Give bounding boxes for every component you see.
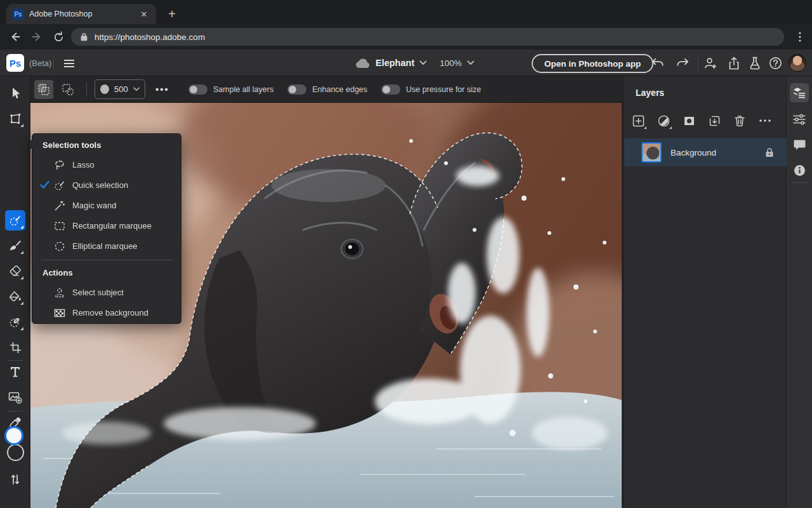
brush-preview-icon	[100, 84, 109, 94]
document-header: Elephant 100%	[355, 54, 475, 72]
quick-selection-icon	[54, 180, 65, 191]
menu-item-label: Elliptical marquee	[72, 241, 138, 251]
layers-more-options-icon[interactable]	[756, 112, 774, 130]
layers-panel: Layers Background	[624, 76, 787, 508]
browser-tab[interactable]: Ps Adobe Photoshop ✕	[6, 4, 156, 24]
brush-size-value: 500	[114, 84, 128, 94]
menu-item-label: Rectangular marquee	[72, 221, 152, 231]
type-tool-icon[interactable]	[5, 361, 25, 382]
properties-panel-icon[interactable]	[790, 110, 809, 129]
more-options-icon[interactable]: •••	[153, 80, 172, 99]
check-icon	[40, 180, 49, 189]
swap-colors-icon[interactable]	[5, 469, 25, 490]
eraser-tool-icon[interactable]	[5, 261, 25, 281]
comments-panel-icon[interactable]	[790, 135, 809, 154]
info-panel-icon[interactable]	[790, 161, 809, 180]
magic-wand-icon	[54, 200, 65, 211]
account-avatar[interactable]	[789, 54, 806, 72]
forward-icon[interactable]	[28, 28, 46, 46]
chevron-down-icon[interactable]	[419, 60, 427, 65]
layers-panel-icon[interactable]	[790, 83, 809, 102]
tab-close-icon[interactable]: ✕	[138, 8, 150, 20]
rectangular-marquee-icon	[54, 220, 65, 232]
toggle-label: Use pressure for size	[406, 85, 481, 94]
beta-label: (Beta)	[29, 58, 51, 68]
add-layer-icon[interactable]	[629, 112, 647, 130]
help-icon[interactable]	[766, 54, 784, 72]
use-pressure-toggle[interactable]	[381, 84, 400, 95]
move-tool-icon[interactable]	[5, 83, 25, 104]
invite-people-icon[interactable]	[702, 54, 719, 72]
actions-title: Actions	[43, 268, 73, 277]
menu-item-quick-selection[interactable]: Quick selection	[32, 175, 182, 196]
beta-feedback-flask-icon[interactable]	[746, 54, 764, 72]
tool-options-bar: 500 ••• Sample all layers Enhance edges …	[30, 76, 624, 103]
lasso-icon	[54, 159, 65, 171]
strip-divider	[792, 182, 807, 183]
healing-brush-tool-icon[interactable]	[5, 312, 25, 332]
redo-icon[interactable]	[674, 54, 691, 72]
background-color-swatch[interactable]	[7, 444, 24, 461]
transform-tool-icon[interactable]	[5, 109, 25, 129]
chevron-down-icon[interactable]	[467, 60, 475, 65]
fill-tool-icon[interactable]	[5, 286, 25, 307]
share-icon[interactable]	[725, 54, 743, 72]
toggle-label: Enhance edges	[312, 85, 367, 94]
delete-layer-icon[interactable]	[731, 112, 749, 130]
menu-item-magic-wand[interactable]: Magic wand	[32, 196, 182, 216]
remove-background-icon	[54, 307, 65, 319]
menu-item-elliptical-marquee[interactable]: Elliptical marquee	[32, 236, 182, 257]
menu-item-label: Lasso	[72, 160, 95, 170]
elliptical-marquee-icon	[54, 241, 65, 252]
menu-item-select-subject[interactable]: Select subject	[32, 283, 182, 303]
layer-lock-icon[interactable]	[765, 147, 774, 157]
brush-tool-icon[interactable]	[5, 236, 25, 256]
toggle-label: Sample all layers	[213, 85, 273, 94]
layer-mask-icon[interactable]	[680, 112, 698, 130]
quick-selection-tool-icon[interactable]	[5, 210, 25, 231]
undo-icon[interactable]	[648, 54, 666, 72]
tab-title: Adobe Photoshop	[29, 10, 133, 18]
url-text: https://photoshop.adobe.com	[95, 32, 205, 42]
header-divider	[698, 56, 698, 70]
layer-thumbnail[interactable]	[641, 142, 662, 163]
menu-item-label: Select subject	[72, 288, 124, 297]
open-in-photoshop-button[interactable]: Open in Photoshop app	[532, 54, 653, 73]
cloud-sync-icon	[355, 58, 370, 69]
menu-item-label: Magic wand	[72, 201, 116, 210]
menu-item-rectangular-marquee[interactable]: Rectangular marquee	[32, 216, 182, 236]
lock-icon	[80, 32, 88, 41]
screen: Ps Adobe Photoshop ✕ + https://photoshop…	[0, 0, 812, 508]
menu-title: Selection tools	[43, 140, 101, 150]
ps-logo[interactable]: Ps	[6, 54, 24, 72]
menu-item-remove-background[interactable]: Remove background	[32, 303, 182, 323]
adjustment-layer-icon[interactable]	[655, 112, 672, 130]
photoshop-favicon: Ps	[13, 9, 23, 20]
new-selection-mode-icon[interactable]	[34, 80, 53, 99]
browser-menu-icon[interactable]	[792, 28, 808, 46]
url-bar[interactable]: https://photoshop.adobe.com	[71, 28, 784, 46]
foreground-color-swatch[interactable]	[4, 426, 23, 445]
document-name[interactable]: Elephant	[376, 58, 414, 68]
selection-tools-menu: Selection tools Lasso Quick selection Ma…	[32, 133, 181, 324]
layer-row-background[interactable]: Background	[624, 138, 787, 166]
subtract-selection-mode-icon[interactable]	[58, 80, 77, 99]
main-menu-icon[interactable]	[61, 55, 77, 72]
enhance-edges-toggle[interactable]	[287, 84, 306, 95]
crop-tool-icon[interactable]	[5, 337, 25, 358]
new-tab-button[interactable]: +	[164, 6, 180, 22]
chevron-down-icon	[133, 87, 140, 91]
menu-item-lasso[interactable]: Lasso	[32, 155, 182, 175]
back-icon[interactable]	[6, 28, 24, 46]
add-image-tool-icon[interactable]	[5, 387, 25, 407]
zoom-level[interactable]: 100%	[440, 58, 462, 68]
menu-item-label: Remove background	[72, 308, 148, 318]
move-layer-icon[interactable]	[705, 112, 723, 130]
toolbar-divider	[8, 360, 23, 361]
panel-strip	[787, 76, 812, 508]
refresh-icon[interactable]	[49, 28, 67, 46]
toolbar	[0, 76, 30, 508]
brush-size-dropdown[interactable]: 500	[95, 79, 145, 99]
sample-all-layers-toggle[interactable]	[188, 84, 207, 95]
color-swatches[interactable]	[3, 426, 28, 465]
